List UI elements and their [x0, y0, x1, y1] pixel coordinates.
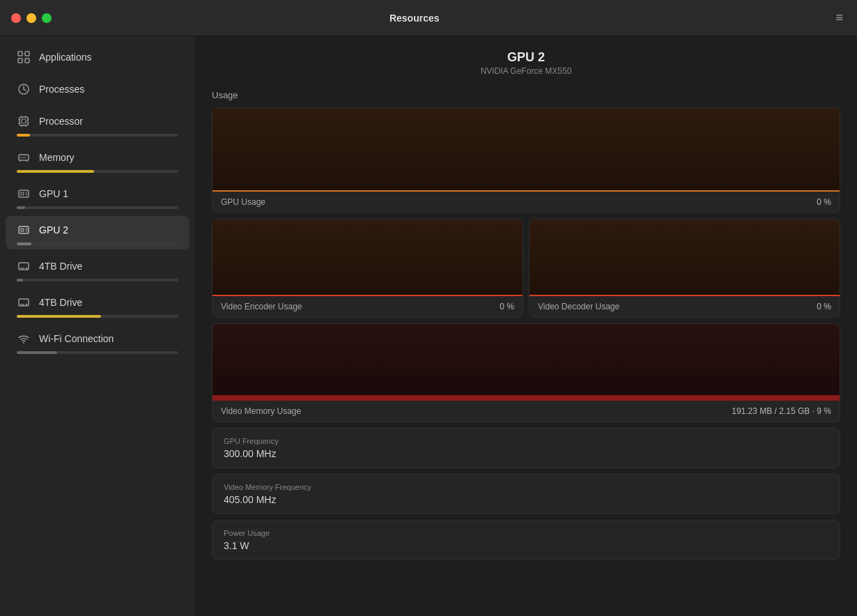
sidebar-item-memory[interactable]: Memory — [6, 144, 190, 177]
sidebar-item-processes-top: Processes — [17, 82, 178, 96]
wifi-progress-fill — [17, 351, 57, 354]
encoder-value: 0 % — [500, 302, 514, 311]
encoder-card: Video Encoder Usage 0 % — [212, 219, 523, 318]
gpu-usage-card: GPU Usage 0 % — [212, 107, 840, 213]
drive2-icon — [17, 295, 31, 309]
decoder-value: 0 % — [817, 302, 831, 311]
gpu1-icon — [17, 187, 31, 201]
wifi-icon — [17, 332, 31, 346]
content-header: GPU 2 NVIDIA GeForce MX550 — [212, 50, 840, 76]
sidebar-item-gpu1-top: GPU 1 — [17, 187, 178, 201]
vram-usage-card: Video Memory Usage 191.23 MB / 2.15 GB ·… — [212, 323, 840, 422]
decoder-label: Video Decoder Usage — [538, 302, 619, 311]
decoder-line — [530, 295, 840, 296]
gpu-usage-bg — [213, 108, 840, 192]
vram-footer: Video Memory Usage 191.23 MB / 2.15 GB ·… — [213, 401, 840, 422]
sidebar-item-processes[interactable]: Processes — [6, 75, 190, 105]
sidebar-item-wifi[interactable]: Wi-Fi Connection — [6, 325, 190, 358]
gpu-usage-line — [213, 190, 840, 192]
gpu-title: GPU 2 — [212, 50, 840, 65]
encoder-decoder-row: Video Encoder Usage 0 % Video Decoder Us… — [212, 219, 840, 318]
decoder-chart — [530, 220, 840, 296]
encoder-bg — [213, 220, 523, 296]
processor-label: Processor — [39, 116, 83, 127]
gpu-usage-label: GPU Usage — [221, 197, 265, 207]
decoder-footer: Video Decoder Usage 0 % — [530, 296, 840, 317]
gpu-freq-card: GPU Frequency 300.00 MHz — [212, 428, 840, 468]
wifi-progress-track — [17, 351, 178, 354]
vram-freq-card: Video Memory Frequency 405.00 MHz — [212, 474, 840, 514]
vram-freq-label: Video Memory Frequency — [224, 483, 828, 491]
svg-rect-0 — [18, 52, 22, 56]
drive1-icon — [17, 259, 31, 273]
applications-label: Applications — [39, 52, 92, 63]
drive1-progress-track — [17, 279, 178, 282]
sidebar-item-gpu2-top: GPU 2 — [17, 223, 178, 237]
encoder-footer: Video Encoder Usage 0 % — [213, 296, 523, 317]
encoder-line — [213, 295, 523, 296]
vram-usage-chart — [213, 324, 840, 401]
processor-progress-track — [17, 134, 178, 137]
sidebar-item-4tb1-top: 4TB Drive — [17, 259, 178, 273]
svg-rect-1 — [25, 52, 29, 56]
applications-icon — [17, 50, 31, 64]
memory-progress-fill — [17, 170, 94, 173]
power-usage-label: Power Usage — [224, 529, 828, 537]
decoder-bg — [530, 220, 840, 296]
decoder-card: Video Decoder Usage 0 % — [529, 219, 840, 318]
gpu-usage-value: 0 % — [817, 197, 831, 207]
processor-icon — [17, 114, 31, 128]
encoder-chart — [213, 220, 523, 296]
svg-rect-6 — [22, 119, 26, 123]
sidebar-item-memory-top: Memory — [17, 151, 178, 164]
sidebar-item-processor[interactable]: Processor — [6, 107, 190, 141]
app-title: Resources — [0, 13, 833, 24]
vram-bar — [213, 395, 840, 401]
svg-rect-5 — [20, 117, 28, 125]
sidebar-item-gpu2[interactable]: GPU 2 — [6, 216, 190, 249]
svg-rect-15 — [19, 155, 29, 160]
svg-point-32 — [26, 268, 27, 269]
gpu2-progress-fill — [17, 242, 31, 245]
svg-rect-2 — [18, 59, 22, 63]
sidebar-item-gpu1[interactable]: GPU 1 — [6, 180, 190, 213]
gpu1-progress-track — [17, 206, 178, 209]
processes-label: Processes — [39, 84, 84, 95]
memory-icon — [17, 151, 31, 164]
gpu2-icon — [17, 223, 31, 237]
usage-section-label: Usage — [212, 90, 840, 100]
svg-point-35 — [26, 304, 27, 305]
gpu-subtitle: NVIDIA GeForce MX550 — [212, 66, 840, 76]
sidebar-item-4tb2-top: 4TB Drive — [17, 295, 178, 309]
sidebar-item-4tb2[interactable]: 4TB Drive — [6, 288, 190, 322]
sidebar-item-processor-top: Processor — [17, 114, 178, 128]
svg-rect-22 — [21, 192, 24, 195]
drive2-label: 4TB Drive — [39, 297, 82, 308]
gpu-usage-chart — [213, 108, 840, 192]
sidebar-item-4tb1[interactable]: 4TB Drive — [6, 252, 190, 286]
memory-label: Memory — [39, 152, 75, 163]
drive2-progress-track — [17, 315, 178, 318]
main-layout: Applications Processes — [0, 36, 857, 616]
power-usage-card: Power Usage 3.1 W — [212, 520, 840, 560]
processes-icon — [17, 82, 31, 96]
vram-freq-value: 405.00 MHz — [224, 494, 828, 505]
vram-label: Video Memory Usage — [221, 406, 301, 416]
content-area: GPU 2 NVIDIA GeForce MX550 Usage GPU Usa… — [195, 36, 857, 616]
menu-button[interactable]: ≡ — [833, 8, 846, 28]
gpu2-progress-track — [17, 242, 178, 245]
encoder-label: Video Encoder Usage — [221, 302, 302, 311]
svg-rect-3 — [25, 59, 29, 63]
svg-rect-27 — [21, 229, 24, 231]
vram-value: 191.23 MB / 2.15 GB · 9 % — [732, 406, 831, 416]
sidebar-item-wifi-top: Wi-Fi Connection — [17, 332, 178, 346]
gpu2-label: GPU 2 — [39, 224, 68, 236]
drive2-progress-fill — [17, 315, 101, 318]
vram-chart-bg — [213, 324, 840, 401]
sidebar-item-applications[interactable]: Applications — [6, 43, 190, 72]
svg-point-37 — [23, 342, 24, 344]
drive1-label: 4TB Drive — [39, 261, 82, 272]
gpu-freq-label: GPU Frequency — [224, 437, 828, 445]
gpu-usage-footer: GPU Usage 0 % — [213, 192, 840, 213]
sidebar: Applications Processes — [0, 36, 195, 616]
